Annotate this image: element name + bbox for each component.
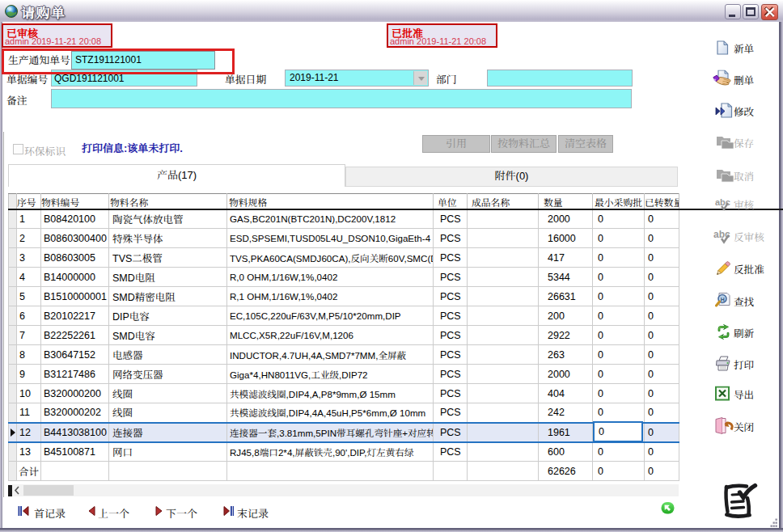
svg-text:abc: abc [715, 197, 730, 207]
svg-text:H: H [721, 297, 725, 302]
